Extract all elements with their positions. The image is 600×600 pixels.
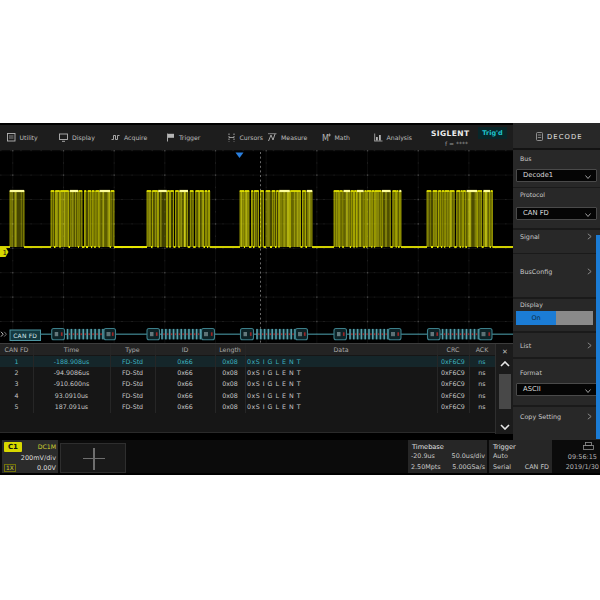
- column-separator: [215, 344, 216, 413]
- menu-item-trigger[interactable]: Trigger: [166, 125, 200, 150]
- channel1-scale: 200mV/div: [21, 454, 56, 462]
- separator: [513, 297, 600, 299]
- table-cell: 0x66: [155, 390, 215, 401]
- scroll-down-icon[interactable]: [500, 424, 510, 430]
- channel1-level-marker[interactable]: 1: [0, 242, 9, 252]
- printer-icon: [583, 442, 594, 451]
- add-channel-box[interactable]: [60, 443, 126, 473]
- chevron-down-icon: [585, 389, 591, 393]
- table-row[interactable]: 493.0910usFD-Std0x660x080xS I G L E N T0…: [0, 390, 495, 401]
- table-cell: FD-Std: [110, 356, 155, 367]
- table-cell: FD-Std: [110, 401, 155, 412]
- table-cell: 0x66: [155, 401, 215, 412]
- table-cell: 5: [0, 401, 33, 412]
- table-cell: FD-Std: [110, 367, 155, 378]
- scroll-up-icon[interactable]: [500, 361, 510, 367]
- display-toggle-on[interactable]: On: [516, 311, 556, 325]
- analysis-icon: [374, 133, 384, 143]
- channel1-coupling: DC1M: [38, 443, 56, 450]
- table-cell: 187.091us: [33, 401, 110, 412]
- copy-setting-menu-item[interactable]: Copy Setting: [520, 413, 561, 421]
- logo-area: SIGLENT Trig'd f = ****: [427, 125, 513, 150]
- timebase-samplerate: 5.00GSa/s: [452, 463, 485, 471]
- table-row[interactable]: 2-94.9086usFD-Std0x660x080xS I G L E N T…: [0, 367, 495, 378]
- menu-item-label: Cursors: [240, 134, 264, 141]
- table-cell: ns: [469, 378, 495, 389]
- menu-item-math[interactable]: MMath: [322, 125, 350, 150]
- decode-panel-title: DECODE: [547, 133, 583, 141]
- menu-item-label: Utility: [20, 134, 38, 141]
- menu-item-label: Math: [335, 134, 350, 141]
- bottom-status-bar: C1 DC1M 200mV/div 1X 0.00V Timebase -20.…: [0, 440, 600, 473]
- channel1-badge: C1: [4, 442, 22, 452]
- format-select[interactable]: ASCII: [516, 383, 597, 396]
- display-icon: [59, 133, 69, 143]
- cursors-icon: [227, 133, 237, 143]
- table-cell: Type: [110, 344, 155, 355]
- timebase-box[interactable]: Timebase -20.9us 50.0us/div 2.50Mpts 5.0…: [408, 440, 487, 473]
- plus-icon: [93, 448, 94, 470]
- chevron-right-icon: [587, 342, 592, 349]
- menu-item-utility[interactable]: Utility: [7, 125, 38, 150]
- table-cell: 0xS I G L E N T: [245, 390, 437, 401]
- menu-item-display[interactable]: Display: [59, 125, 95, 150]
- table-row[interactable]: 5187.091usFD-Std0x660x080xS I G L E N T0…: [0, 401, 495, 412]
- table-cell: 0x66: [155, 378, 215, 389]
- table-cell: FD-Std: [110, 390, 155, 401]
- separator: [513, 405, 600, 407]
- display-toggle[interactable]: On: [516, 311, 593, 325]
- list-menu-item[interactable]: List: [520, 342, 531, 350]
- table-row[interactable]: 3-910.600nsFD-Std0x660x080xS I G L E N T…: [0, 378, 495, 389]
- table-scrollbar[interactable]: ✕: [495, 344, 513, 434]
- menu-item-label: Analysis: [387, 134, 413, 141]
- table-cell: FD-Std: [110, 378, 155, 389]
- column-separator: [245, 344, 246, 413]
- close-icon[interactable]: ✕: [499, 347, 511, 357]
- table-cell: Data: [245, 344, 437, 355]
- channel1-probe: 1X: [4, 464, 16, 472]
- menu-item-cursors[interactable]: Cursors: [227, 125, 264, 150]
- menu-item-label: Measure: [281, 134, 307, 141]
- panel-scrollbar[interactable]: [596, 235, 600, 439]
- separator: [513, 357, 600, 359]
- table-cell: -188.908us: [33, 356, 110, 367]
- decode-panel-icon: [536, 132, 543, 141]
- scrollbar-thumb[interactable]: [499, 374, 511, 409]
- menu-item-acquire[interactable]: Acquire: [111, 125, 147, 150]
- trigger-title: Trigger: [493, 443, 516, 451]
- protocol-select[interactable]: CAN FD: [516, 207, 597, 220]
- channel1-offset: 0.00V: [37, 464, 56, 472]
- table-row[interactable]: 1-188.908usFD-Std0x660x080xS I G L E N T…: [0, 356, 495, 367]
- chevron-right-icon: [587, 233, 592, 240]
- svg-text:1: 1: [3, 249, 7, 257]
- busconfig-menu-item[interactable]: BusConfig: [520, 268, 552, 276]
- table-header-row: CAN FDTimeTypeIDLengthDataCRCACK: [0, 344, 495, 355]
- chevron-right-icon: [587, 268, 592, 275]
- can-waveform: [0, 191, 513, 247]
- menu-item-measure[interactable]: Measure: [268, 125, 307, 150]
- table-cell: 0xS I G L E N T: [245, 356, 437, 367]
- trigger-box[interactable]: Trigger Auto Serial CAN FD: [489, 440, 552, 473]
- table-cell: 0x66: [155, 356, 215, 367]
- table-cell: ACK: [469, 344, 495, 355]
- table-cell: 0xF6C9: [437, 356, 469, 367]
- table-cell: -910.600ns: [33, 378, 110, 389]
- table-cell: 0xF6C9: [437, 378, 469, 389]
- column-separator: [155, 344, 156, 413]
- channel1-info-box[interactable]: C1 DC1M 200mV/div 1X 0.00V: [2, 440, 58, 473]
- menu-item-label: Acquire: [124, 134, 147, 141]
- table-cell: ns: [469, 356, 495, 367]
- display-toggle-off[interactable]: [556, 311, 593, 325]
- decode-panel: DECODE Bus Decode1 Protocol CAN FD Signa…: [513, 123, 600, 440]
- column-separator: [437, 344, 438, 413]
- signal-menu-item[interactable]: Signal: [520, 233, 540, 241]
- bus-label-chip: CAN FD: [10, 330, 41, 341]
- svg-text:CAN FD: CAN FD: [13, 332, 37, 339]
- menu-item-label: Display: [72, 134, 95, 141]
- menu-item-analysis[interactable]: Analysis: [374, 125, 413, 150]
- timebase-points: 2.50Mpts: [411, 463, 441, 471]
- table-cell: 0xF6C9: [437, 390, 469, 401]
- bus-select[interactable]: Decode1: [516, 169, 597, 182]
- table-cell: 0x08: [215, 378, 245, 389]
- protocol-label: Protocol: [520, 191, 545, 198]
